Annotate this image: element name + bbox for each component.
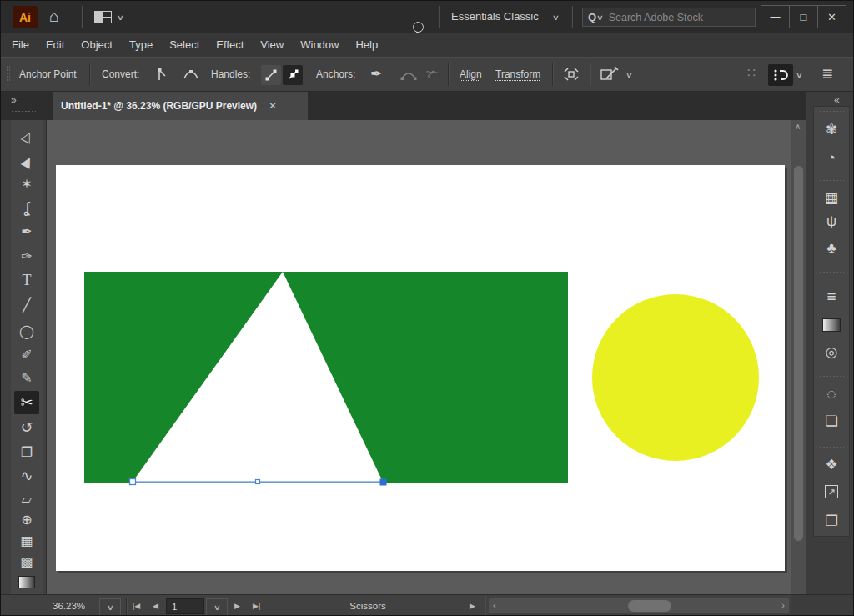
type-tool[interactable]: T xyxy=(14,268,39,292)
menu-object[interactable]: Object xyxy=(81,38,113,51)
menu-help[interactable]: Help xyxy=(355,38,378,51)
minimize-button[interactable]: — xyxy=(761,5,790,28)
pen-tool[interactable]: ✒ xyxy=(14,220,39,243)
zoom-dropdown-button[interactable]: ∨ xyxy=(99,598,121,616)
discover-lightbulb-icon[interactable] xyxy=(413,22,424,33)
anchor-point-left[interactable] xyxy=(130,479,136,485)
scroll-up-icon[interactable]: ∧ xyxy=(795,122,801,131)
dock-group-grip[interactable] xyxy=(819,375,844,378)
convert-to-corner-icon[interactable] xyxy=(151,65,169,83)
menu-window[interactable]: Window xyxy=(300,38,339,51)
align-link[interactable]: Align xyxy=(460,68,482,80)
scissors-tool[interactable]: ✂ xyxy=(14,391,39,414)
document-tab[interactable]: Untitled-1* @ 36.23% (RGB/GPU Preview) ✕ xyxy=(53,92,308,120)
panel-appearance[interactable]: ◌ xyxy=(820,382,843,405)
vertical-scrollbar[interactable]: ∧ xyxy=(791,120,806,594)
handles-hide-button[interactable] xyxy=(283,65,303,85)
horizontal-scrollbar[interactable]: ‹ › xyxy=(489,598,789,613)
document-tab-close-icon[interactable]: ✕ xyxy=(269,100,277,112)
panel-symbols[interactable]: ♣ xyxy=(820,236,843,259)
panel-color[interactable]: ✾ xyxy=(820,118,843,141)
arrange-documents-icon[interactable] xyxy=(94,11,112,23)
handles-show-button[interactable] xyxy=(261,65,281,85)
transform-link[interactable]: Transform xyxy=(495,68,540,80)
menu-edit[interactable]: Edit xyxy=(46,38,64,51)
dock-group-grip[interactable] xyxy=(819,110,844,113)
maximize-button[interactable]: □ xyxy=(789,5,818,28)
isolate-object-icon[interactable] xyxy=(561,66,581,83)
shape-edit-chevron-icon[interactable]: ∨ xyxy=(625,71,633,79)
line-segment-tool[interactable]: ╱ xyxy=(14,293,39,317)
menu-effect[interactable]: Effect xyxy=(216,38,244,51)
dock-group-grip[interactable] xyxy=(819,446,844,449)
perspective-grid-tool[interactable]: ▦ xyxy=(14,529,39,553)
anchor-point-mid[interactable] xyxy=(256,480,260,484)
artboard-dropdown-button[interactable]: ∨ xyxy=(206,598,228,616)
toolbar-grip-handle[interactable] xyxy=(11,110,36,113)
lasso-tool[interactable]: ʆ xyxy=(14,196,39,219)
gradient-tool[interactable] xyxy=(14,570,39,593)
panel-stroke[interactable]: ≡ xyxy=(820,284,843,308)
convert-to-smooth-icon[interactable] xyxy=(182,65,200,83)
last-artboard-button[interactable]: ▶| xyxy=(253,602,260,610)
menu-view[interactable]: View xyxy=(260,38,284,51)
controlbar-grip-handle[interactable] xyxy=(6,65,10,83)
arrange-documents-chevron-icon[interactable]: ∨ xyxy=(117,13,124,22)
panel-color-guide[interactable]: ◔ xyxy=(820,146,843,169)
scroll-right-icon[interactable]: › xyxy=(781,600,785,610)
remove-anchor-pen-icon[interactable]: ✒ xyxy=(370,67,382,81)
curvature-tool[interactable]: ✑ xyxy=(14,245,39,268)
width-tool[interactable]: ∿ xyxy=(14,464,39,488)
free-transform-tool[interactable]: ▱ xyxy=(14,488,39,511)
panel-toggle-button[interactable] xyxy=(768,64,793,86)
panel-transparency[interactable]: ◎ xyxy=(820,340,843,363)
workspace-chevron-icon[interactable]: ∨ xyxy=(552,13,560,22)
menu-select[interactable]: Select xyxy=(169,38,199,51)
previous-artboard-button[interactable]: ◀ xyxy=(153,602,158,610)
dock-group-grip[interactable] xyxy=(819,271,844,274)
close-button[interactable]: ✕ xyxy=(817,5,846,28)
adobe-stock-search[interactable]: Q ∨ xyxy=(582,8,756,27)
panel-swatches[interactable]: ▦ xyxy=(820,186,843,209)
zoom-level-value[interactable]: 36.23% xyxy=(53,601,85,611)
search-chevron-icon[interactable]: ∨ xyxy=(596,13,604,22)
shape-edit-icon[interactable] xyxy=(600,66,620,83)
home-icon[interactable]: ⌂ xyxy=(49,8,59,24)
toolbar-expand-icon[interactable]: » xyxy=(11,94,15,106)
artboard-number-input[interactable]: 1 xyxy=(166,598,204,614)
panel-toggle-chevron-icon[interactable]: ∨ xyxy=(796,71,803,79)
search-input[interactable] xyxy=(607,11,750,24)
rotate-tool[interactable]: ↺ xyxy=(14,416,39,439)
dock-group-grip[interactable] xyxy=(819,179,844,183)
workspace-switcher-label[interactable]: Essentials Classic xyxy=(451,10,539,23)
yellow-circle-shape[interactable] xyxy=(592,294,759,461)
vertical-scrollbar-thumb[interactable] xyxy=(794,166,803,541)
dock-collapse-icon[interactable]: « xyxy=(834,94,838,106)
width-tool-icon: ∿ xyxy=(20,468,33,483)
panel-gradient[interactable] xyxy=(820,313,843,337)
status-proxy-arrow-icon[interactable]: ▶ xyxy=(470,602,475,610)
panel-layers[interactable]: ❖ xyxy=(820,453,843,476)
next-artboard-button[interactable]: ▶ xyxy=(234,602,240,610)
horizontal-scrollbar-thumb[interactable] xyxy=(628,600,671,612)
list-options-icon[interactable]: ≣ xyxy=(821,67,833,81)
panel-asset-export[interactable]: ↗ xyxy=(820,480,843,503)
ellipse-tool[interactable]: ◯ xyxy=(14,320,39,343)
paintbrush-tool[interactable]: ✐ xyxy=(14,343,39,367)
menu-file[interactable]: File xyxy=(12,38,29,51)
menu-type[interactable]: Type xyxy=(129,38,153,51)
shape-builder-tool[interactable]: ⊕ xyxy=(14,508,39,532)
magic-wand-tool[interactable]: ✶ xyxy=(14,173,39,196)
anchor-point-right-selected[interactable] xyxy=(380,479,387,486)
panel-artboards[interactable]: ❐ xyxy=(820,509,843,533)
canvas-area[interactable] xyxy=(47,120,791,594)
paintbrush-tool-icon: ✐ xyxy=(21,348,32,362)
scale-tool[interactable]: ❐ xyxy=(14,441,39,464)
panel-brushes[interactable]: ψ xyxy=(820,209,843,233)
scroll-left-icon[interactable]: ‹ xyxy=(493,600,496,610)
first-artboard-button[interactable]: |◀ xyxy=(133,602,140,610)
direct-selection-tool[interactable]: ▶ xyxy=(14,150,39,173)
shaper-tool[interactable]: ✎ xyxy=(14,367,39,390)
panel-graphic-styles[interactable]: ❏ xyxy=(820,409,843,433)
selection-tool[interactable]: ▷ xyxy=(14,125,39,148)
